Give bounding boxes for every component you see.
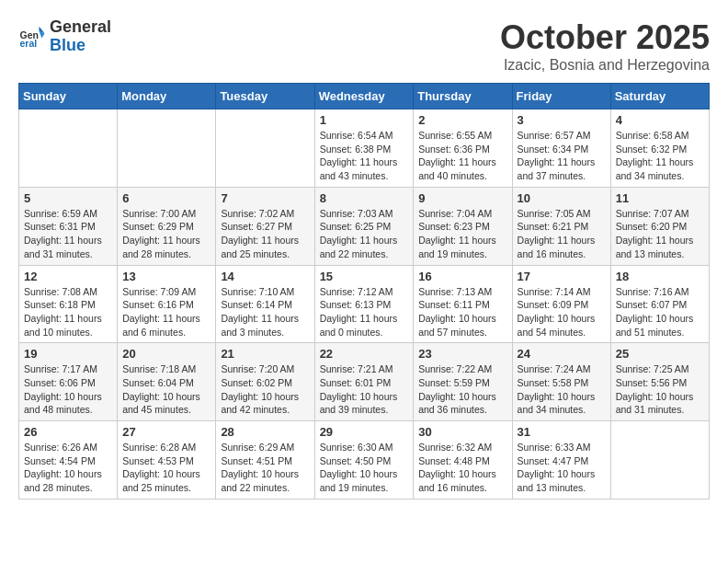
svg-text:eral: eral [20,38,38,49]
logo: Gen eral General Blue [18,18,111,55]
day-info: Sunrise: 6:29 AM Sunset: 4:51 PM Dayligh… [221,441,309,495]
calendar-cell: 9Sunrise: 7:04 AM Sunset: 6:23 PM Daylig… [414,187,512,265]
day-info: Sunrise: 7:04 AM Sunset: 6:23 PM Dayligh… [418,207,506,261]
day-number: 20 [122,347,210,361]
weekday-header-monday: Monday [118,84,216,109]
calendar-cell [19,109,118,188]
calendar-cell: 28Sunrise: 6:29 AM Sunset: 4:51 PM Dayli… [216,421,314,500]
calendar-cell: 6Sunrise: 7:00 AM Sunset: 6:29 PM Daylig… [118,187,216,265]
weekday-header-row: SundayMondayTuesdayWednesdayThursdayFrid… [19,84,710,109]
calendar-cell [118,109,216,188]
day-info: Sunrise: 7:10 AM Sunset: 6:14 PM Dayligh… [221,285,309,339]
calendar-cell: 7Sunrise: 7:02 AM Sunset: 6:27 PM Daylig… [216,187,314,265]
calendar-cell: 21Sunrise: 7:20 AM Sunset: 6:02 PM Dayli… [216,343,314,421]
day-number: 19 [24,347,112,361]
weekday-header-friday: Friday [512,84,610,109]
calendar-cell: 15Sunrise: 7:12 AM Sunset: 6:13 PM Dayli… [314,265,414,343]
calendar-table: SundayMondayTuesdayWednesdayThursdayFrid… [18,83,710,500]
weekday-header-sunday: Sunday [19,84,118,109]
calendar-cell: 5Sunrise: 6:59 AM Sunset: 6:31 PM Daylig… [19,187,118,265]
day-info: Sunrise: 7:13 AM Sunset: 6:11 PM Dayligh… [418,285,506,339]
month-title: October 2025 [500,18,710,57]
page-header: Gen eral General Blue October 2025 Izaci… [18,18,710,74]
day-info: Sunrise: 7:09 AM Sunset: 6:16 PM Dayligh… [122,285,210,339]
calendar-cell [216,109,314,188]
calendar-cell: 22Sunrise: 7:21 AM Sunset: 6:01 PM Dayli… [314,343,414,421]
day-number: 3 [518,113,606,127]
calendar-cell: 30Sunrise: 6:32 AM Sunset: 4:48 PM Dayli… [414,421,512,500]
calendar-cell: 31Sunrise: 6:33 AM Sunset: 4:47 PM Dayli… [512,421,610,500]
calendar-cell [610,421,709,500]
calendar-week-5: 26Sunrise: 6:26 AM Sunset: 4:54 PM Dayli… [19,421,710,500]
day-number: 7 [221,191,309,205]
day-number: 31 [518,425,606,439]
calendar-cell: 25Sunrise: 7:25 AM Sunset: 5:56 PM Dayli… [610,343,709,421]
day-info: Sunrise: 7:02 AM Sunset: 6:27 PM Dayligh… [221,207,309,261]
day-info: Sunrise: 6:28 AM Sunset: 4:53 PM Dayligh… [122,441,210,495]
day-number: 12 [24,270,112,283]
day-info: Sunrise: 7:17 AM Sunset: 6:06 PM Dayligh… [24,362,112,417]
day-number: 14 [221,270,309,283]
day-number: 23 [418,347,506,361]
day-number: 28 [221,425,309,439]
day-number: 6 [122,191,210,205]
day-info: Sunrise: 7:05 AM Sunset: 6:21 PM Dayligh… [518,207,606,261]
day-number: 18 [616,270,704,283]
calendar-week-3: 12Sunrise: 7:08 AM Sunset: 6:18 PM Dayli… [19,265,710,343]
day-number: 1 [320,113,409,127]
day-number: 30 [418,425,506,439]
calendar-cell: 17Sunrise: 7:14 AM Sunset: 6:09 PM Dayli… [512,265,610,343]
logo-general-text: General [50,18,111,37]
day-number: 26 [24,425,112,439]
calendar-cell: 29Sunrise: 6:30 AM Sunset: 4:50 PM Dayli… [314,421,414,500]
day-number: 8 [320,191,409,205]
day-number: 5 [24,191,112,205]
day-info: Sunrise: 6:26 AM Sunset: 4:54 PM Dayligh… [24,441,112,495]
day-info: Sunrise: 6:58 AM Sunset: 6:32 PM Dayligh… [616,129,704,183]
calendar-cell: 16Sunrise: 7:13 AM Sunset: 6:11 PM Dayli… [414,265,512,343]
day-number: 27 [122,425,210,439]
calendar-cell: 18Sunrise: 7:16 AM Sunset: 6:07 PM Dayli… [610,265,709,343]
calendar-cell: 4Sunrise: 6:58 AM Sunset: 6:32 PM Daylig… [610,109,709,188]
day-info: Sunrise: 7:21 AM Sunset: 6:01 PM Dayligh… [320,362,409,417]
day-info: Sunrise: 7:00 AM Sunset: 6:29 PM Dayligh… [122,207,210,261]
day-number: 11 [616,191,704,205]
calendar-cell: 23Sunrise: 7:22 AM Sunset: 5:59 PM Dayli… [414,343,512,421]
logo-blue-text: Blue [50,37,111,55]
day-info: Sunrise: 7:03 AM Sunset: 6:25 PM Dayligh… [320,207,409,261]
day-info: Sunrise: 7:07 AM Sunset: 6:20 PM Dayligh… [616,207,704,261]
day-number: 15 [320,270,409,283]
day-info: Sunrise: 7:18 AM Sunset: 6:04 PM Dayligh… [122,362,210,417]
weekday-header-tuesday: Tuesday [216,84,314,109]
calendar-cell: 14Sunrise: 7:10 AM Sunset: 6:14 PM Dayli… [216,265,314,343]
day-number: 22 [320,347,409,361]
day-info: Sunrise: 7:20 AM Sunset: 6:02 PM Dayligh… [221,362,309,417]
calendar-week-1: 1Sunrise: 6:54 AM Sunset: 6:38 PM Daylig… [19,109,710,188]
calendar-cell: 20Sunrise: 7:18 AM Sunset: 6:04 PM Dayli… [118,343,216,421]
weekday-header-saturday: Saturday [610,84,709,109]
day-info: Sunrise: 7:12 AM Sunset: 6:13 PM Dayligh… [320,285,409,339]
day-number: 29 [320,425,409,439]
day-info: Sunrise: 7:16 AM Sunset: 6:07 PM Dayligh… [616,285,704,339]
day-number: 2 [418,113,506,127]
weekday-header-wednesday: Wednesday [314,84,414,109]
logo-icon: Gen eral [18,23,46,51]
calendar-cell: 27Sunrise: 6:28 AM Sunset: 4:53 PM Dayli… [118,421,216,500]
day-info: Sunrise: 6:54 AM Sunset: 6:38 PM Dayligh… [320,129,409,183]
day-info: Sunrise: 6:59 AM Sunset: 6:31 PM Dayligh… [24,207,112,261]
day-info: Sunrise: 6:57 AM Sunset: 6:34 PM Dayligh… [518,129,606,183]
calendar-cell: 2Sunrise: 6:55 AM Sunset: 6:36 PM Daylig… [414,109,512,188]
weekday-header-thursday: Thursday [414,84,512,109]
day-number: 17 [518,270,606,283]
day-number: 21 [221,347,309,361]
calendar-week-2: 5Sunrise: 6:59 AM Sunset: 6:31 PM Daylig… [19,187,710,265]
calendar-cell: 13Sunrise: 7:09 AM Sunset: 6:16 PM Dayli… [118,265,216,343]
day-number: 16 [418,270,506,283]
calendar-cell: 3Sunrise: 6:57 AM Sunset: 6:34 PM Daylig… [512,109,610,188]
location-text: Izacic, Bosnia and Herzegovina [500,57,710,74]
day-info: Sunrise: 7:22 AM Sunset: 5:59 PM Dayligh… [418,362,506,417]
day-number: 24 [518,347,606,361]
day-info: Sunrise: 6:32 AM Sunset: 4:48 PM Dayligh… [418,441,506,495]
calendar-cell: 10Sunrise: 7:05 AM Sunset: 6:21 PM Dayli… [512,187,610,265]
calendar-cell: 24Sunrise: 7:24 AM Sunset: 5:58 PM Dayli… [512,343,610,421]
